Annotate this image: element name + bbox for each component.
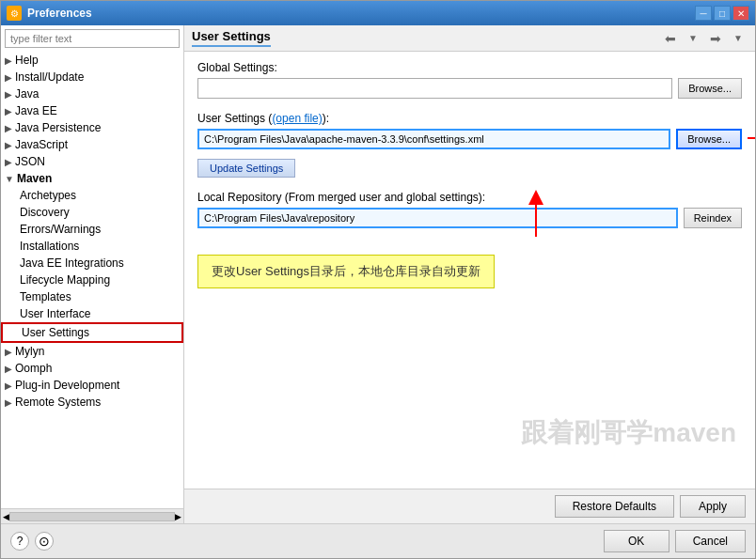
tree-area: ▶ Help ▶ Install/Update ▶ Java ▶ Java EE: [1, 52, 183, 508]
arrow-icon: ▶: [5, 380, 12, 391]
user-settings-row: Browse...: [197, 129, 742, 149]
local-repo-input[interactable]: [197, 208, 678, 228]
sidebar-item-discovery[interactable]: Discovery: [1, 204, 183, 221]
sidebar-item-label: Plug-in Development: [15, 379, 119, 392]
content-header: User Settings: [192, 29, 271, 47]
sidebar-item-label: Archetypes: [20, 189, 76, 202]
sidebar-item-label: Mylyn: [15, 345, 44, 358]
sidebar-item-errors-warnings[interactable]: Errors/Warnings: [1, 221, 183, 238]
sidebar-item-installations[interactable]: Installations: [1, 238, 183, 255]
menu-button[interactable]: ▼: [729, 30, 748, 47]
arrow-icon: ▶: [5, 140, 12, 150]
ok-button[interactable]: OK: [604, 530, 669, 552]
apply-button[interactable]: Apply: [680, 495, 746, 518]
restore-defaults-button[interactable]: Restore Defaults: [555, 495, 674, 518]
arrow-icon: ▶: [5, 55, 12, 66]
local-repo-label: Local Repository (From merged user and g…: [197, 191, 742, 204]
sidebar-item-label: JSON: [15, 155, 45, 168]
update-settings-button[interactable]: Update Settings: [197, 159, 295, 178]
sidebar-item-templates[interactable]: Templates: [1, 288, 183, 305]
sidebar-item-label: Remote Systems: [15, 396, 101, 409]
sidebar-item-label: Install/Update: [15, 70, 84, 84]
bottom-bar-right: OK Cancel: [604, 530, 746, 552]
help-icon-2[interactable]: ⊙: [35, 532, 54, 551]
arrow-icon: ▶: [5, 347, 12, 357]
title-buttons: ─ □ ✕: [695, 6, 749, 21]
sidebar-item-java[interactable]: ▶ Java: [1, 85, 183, 102]
annotation-arrow-1: [743, 129, 755, 157]
forward-button[interactable]: ➡: [706, 30, 725, 47]
cancel-button[interactable]: Cancel: [675, 530, 746, 552]
main-area: ▶ Help ▶ Install/Update ▶ Java ▶ Java EE: [1, 25, 755, 523]
global-settings-label: Global Settings:: [197, 61, 742, 74]
sidebar-item-label: Lifecycle Mapping: [20, 273, 110, 287]
content-footer: Restore Defaults Apply: [184, 489, 755, 523]
local-repo-section: Local Repository (From merged user and g…: [197, 191, 742, 228]
title-bar: ⚙ Preferences ─ □ ✕: [1, 1, 755, 25]
sidebar-item-mylyn[interactable]: ▶ Mylyn: [1, 343, 183, 360]
update-settings-container: Update Settings: [197, 155, 742, 178]
watermark: 跟着刚哥学maven: [521, 415, 736, 451]
dropdown-button[interactable]: ▼: [684, 30, 702, 47]
filter-input[interactable]: [5, 29, 180, 48]
close-button[interactable]: ✕: [732, 6, 749, 21]
help-icon[interactable]: ?: [10, 532, 29, 551]
sidebar-item-label: JavaScript: [15, 138, 68, 151]
reindex-button[interactable]: Reindex: [684, 208, 742, 228]
sidebar-item-oomph[interactable]: ▶ Oomph: [1, 360, 183, 377]
toolbar-buttons: ⬅ ▼ ➡ ▼: [659, 30, 748, 47]
sidebar-item-java-persistence[interactable]: ▶ Java Persistence: [1, 119, 183, 136]
scroll-right-btn[interactable]: ▶: [175, 512, 181, 521]
annotation-text: 更改User Settings目录后，本地仓库目录自动更新: [212, 264, 480, 278]
global-browse-button[interactable]: Browse...: [678, 78, 742, 99]
sidebar-item-label: User Interface: [20, 307, 90, 320]
sidebar-item-help[interactable]: ▶ Help: [1, 52, 183, 69]
sidebar-scrollbar[interactable]: ◀ ▶: [1, 508, 183, 523]
local-repo-row: Reindex: [197, 208, 742, 228]
arrow-icon: ▶: [5, 364, 12, 374]
sidebar-item-label: Errors/Warnings: [20, 223, 101, 236]
user-settings-input[interactable]: [197, 129, 670, 149]
global-settings-section: Global Settings: Browse...: [197, 61, 742, 99]
window-icon: ⚙: [7, 6, 22, 21]
sidebar-item-label: Discovery: [20, 206, 70, 219]
sidebar-item-lifecycle-mapping[interactable]: Lifecycle Mapping: [1, 272, 183, 288]
annotation-container: 更改User Settings目录后，本地仓库目录自动更新: [197, 241, 742, 288]
annotation-arrow-2: [480, 190, 592, 237]
scroll-left-btn[interactable]: ◀: [3, 512, 9, 521]
arrow-icon: ▼: [5, 174, 14, 184]
sidebar-item-install-update[interactable]: ▶ Install/Update: [1, 69, 183, 85]
annotation-box: 更改User Settings目录后，本地仓库目录自动更新: [197, 255, 495, 288]
user-browse-button[interactable]: Browse...: [676, 129, 742, 149]
sidebar-item-plugin-development[interactable]: ▶ Plug-in Development: [1, 377, 183, 394]
sidebar-item-label: Java: [15, 87, 39, 101]
back-button[interactable]: ⬅: [661, 30, 680, 47]
sidebar-item-maven[interactable]: ▼ Maven: [1, 170, 183, 187]
preferences-window: ⚙ Preferences ─ □ ✕ ▶ Help ▶ Install/Upd…: [0, 0, 756, 559]
arrow-icon: ▶: [5, 106, 12, 116]
sidebar-item-remote-systems[interactable]: ▶ Remote Systems: [1, 394, 183, 411]
sidebar-item-user-interface[interactable]: User Interface: [1, 305, 183, 322]
arrow-icon: ▶: [5, 157, 12, 167]
sidebar-item-label: Maven: [17, 172, 52, 185]
minimize-button[interactable]: ─: [695, 6, 712, 21]
horizontal-scrollbar[interactable]: [9, 512, 175, 521]
window-title: Preferences: [27, 7, 92, 20]
open-file-link[interactable]: (open file): [272, 112, 322, 125]
sidebar-item-java-ee[interactable]: ▶ Java EE: [1, 102, 183, 119]
sidebar-item-label: Installations: [20, 240, 79, 253]
arrow-icon: ▶: [5, 72, 12, 83]
maximize-button[interactable]: □: [714, 6, 731, 21]
sidebar-item-archetypes[interactable]: Archetypes: [1, 187, 183, 204]
arrow-icon: ▶: [5, 123, 12, 133]
sidebar-item-json[interactable]: ▶ JSON: [1, 153, 183, 170]
bottom-bar: ? ⊙ OK Cancel: [1, 523, 755, 558]
sidebar-item-user-settings[interactable]: User Settings: [1, 322, 183, 343]
content-toolbar: User Settings ⬅ ▼ ➡ ▼: [184, 25, 755, 52]
sidebar-item-label: Templates: [20, 290, 71, 303]
global-settings-input[interactable]: [197, 78, 672, 99]
sidebar-item-label: User Settings: [22, 326, 89, 339]
sidebar-item-java-ee-integrations[interactable]: Java EE Integrations: [1, 255, 183, 272]
sidebar-item-javascript[interactable]: ▶ JavaScript: [1, 136, 183, 153]
sidebar-item-label: Help: [15, 54, 39, 67]
